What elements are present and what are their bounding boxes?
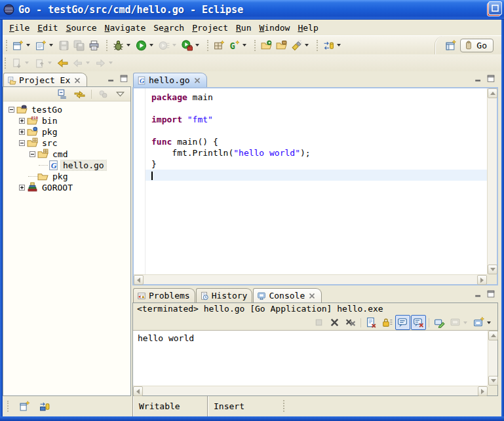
collapse-icon[interactable] [9, 107, 14, 113]
external-tools-button-dropdown-icon[interactable] [195, 44, 199, 46]
menu-file[interactable]: File [5, 22, 33, 34]
minimize-view-button[interactable] [106, 73, 117, 83]
scroll-lock-button[interactable] [379, 315, 395, 330]
menu-project[interactable]: Project [188, 22, 232, 34]
run-button[interactable] [134, 38, 157, 53]
import-button[interactable] [259, 38, 274, 53]
new-go-element-button-dropdown-icon[interactable] [242, 44, 246, 46]
code-line[interactable]: fmt.Println("hello world"); [134, 147, 487, 158]
toolbar-grip[interactable] [207, 40, 208, 51]
new-go-element-button[interactable]: G [227, 38, 250, 53]
tab-console[interactable]: Console [253, 288, 322, 302]
scroll-right-icon[interactable] [477, 275, 487, 285]
toolbar-grip[interactable] [7, 401, 9, 412]
display-console-button-dropdown-icon[interactable] [463, 321, 467, 324]
remove-launch-button[interactable] [327, 315, 342, 330]
code-line[interactable]: package main [134, 92, 487, 103]
maximize-editor-button[interactable] [486, 73, 496, 83]
new-wizard-button[interactable] [10, 38, 33, 53]
forward-button[interactable] [93, 56, 116, 71]
scroll-down-icon[interactable] [488, 265, 497, 274]
code-area[interactable]: package mainimport "fmt"func main() { fm… [134, 88, 487, 274]
new-wizard-button-dropdown-icon[interactable] [26, 44, 30, 46]
tree-item-src[interactable]: src [3, 137, 130, 149]
maximize-console-button[interactable] [486, 289, 496, 299]
console-vertical-scrollbar[interactable] [488, 331, 497, 386]
back-button-dropdown-icon[interactable] [86, 62, 90, 64]
annotation-nav-button[interactable] [37, 399, 52, 414]
save-all-button[interactable] [71, 38, 87, 53]
expand-icon[interactable] [19, 129, 25, 135]
new-project-button[interactable] [212, 38, 227, 53]
forward-button-dropdown-icon[interactable] [109, 62, 113, 64]
toolbar-grip[interactable] [5, 58, 6, 69]
scroll-left-icon[interactable] [134, 275, 144, 285]
toolbar-grip[interactable] [106, 40, 107, 51]
pin-console-button[interactable] [432, 315, 447, 330]
scroll-up-icon[interactable] [488, 88, 497, 98]
run-button-dropdown-icon[interactable] [149, 44, 153, 46]
code-line[interactable] [134, 103, 487, 114]
previous-annotation-button[interactable] [32, 56, 55, 71]
tree-item-pkg[interactable]: pkg [3, 126, 130, 137]
scroll-right-icon[interactable] [478, 386, 488, 396]
menu-navigate[interactable]: Navigate [101, 22, 150, 34]
search-button[interactable] [289, 38, 312, 53]
tree-item-GOROOT[interactable]: GOROOT [3, 182, 130, 193]
scroll-left-icon[interactable] [133, 386, 143, 396]
code-line[interactable] [134, 125, 487, 136]
annotation-button[interactable] [321, 38, 344, 53]
external-tools-button[interactable] [180, 38, 203, 53]
tree-item-hello-go[interactable]: Ghello.go [3, 160, 130, 171]
code-line-cursor[interactable] [134, 170, 487, 181]
console-output[interactable]: hello world [133, 330, 497, 395]
scroll-down-icon[interactable] [488, 376, 498, 386]
display-console-button[interactable] [448, 315, 471, 330]
print-button[interactable] [87, 38, 102, 53]
menu-search[interactable]: Search [149, 22, 188, 34]
tab-history[interactable]: History [196, 288, 253, 302]
collapse-icon[interactable] [19, 140, 25, 146]
open-console-button-dropdown-icon[interactable] [487, 321, 491, 324]
search-button-dropdown-icon[interactable] [305, 44, 309, 46]
expand-icon[interactable] [19, 185, 25, 191]
code-line[interactable]: import "fmt" [134, 114, 487, 125]
debug-button-dropdown-icon[interactable] [126, 44, 130, 46]
editor-vertical-scrollbar[interactable] [487, 88, 497, 274]
collapse-icon[interactable] [29, 151, 35, 157]
next-annotation-button-dropdown-icon[interactable] [25, 62, 29, 64]
open-perspective-icon[interactable] [445, 40, 456, 51]
tree-item-pkg[interactable]: pkg [3, 171, 130, 182]
editor-horizontal-scrollbar[interactable] [134, 274, 487, 284]
last-edit-location-button[interactable] [55, 56, 70, 71]
toolbar-grip[interactable] [254, 40, 256, 51]
fast-view-button[interactable] [17, 399, 32, 414]
new-go-file-button[interactable] [33, 38, 56, 53]
perspective-go-button[interactable]: Go [460, 39, 494, 52]
annotation-button-dropdown-icon[interactable] [337, 44, 341, 46]
menu-window[interactable]: Window [255, 22, 294, 34]
link-with-editor-button[interactable] [72, 86, 87, 101]
new-go-file-button-dropdown-icon[interactable] [49, 44, 53, 46]
console-horizontal-scrollbar[interactable] [133, 386, 488, 395]
export-button[interactable] [274, 38, 289, 53]
maximize-button[interactable] [488, 1, 502, 15]
menu-help[interactable]: Help [294, 22, 322, 34]
tab-problems[interactable]: Problems [133, 288, 195, 302]
editor-body[interactable]: package mainimport "fmt"func main() { fm… [132, 87, 498, 285]
next-annotation-button[interactable] [9, 56, 32, 71]
close-editor-icon[interactable] [193, 76, 202, 85]
working-sets-button[interactable] [96, 86, 111, 101]
toolbar-grip[interactable] [317, 40, 318, 51]
debug-button[interactable] [111, 38, 134, 53]
previous-annotation-button-dropdown-icon[interactable] [48, 62, 52, 64]
tab-hello-go[interactable]: G hello.go [133, 73, 207, 87]
code-line[interactable]: func main() { [134, 136, 487, 147]
close-view-icon[interactable] [307, 291, 317, 301]
save-button[interactable] [56, 38, 71, 53]
remove-all-launches-button[interactable] [343, 315, 358, 330]
view-menu-button[interactable] [113, 86, 128, 101]
tree-item-testGo[interactable]: testGo [3, 104, 130, 115]
tab-project-explorer[interactable]: Project Ex [3, 73, 87, 87]
open-console-button[interactable] [471, 315, 494, 330]
